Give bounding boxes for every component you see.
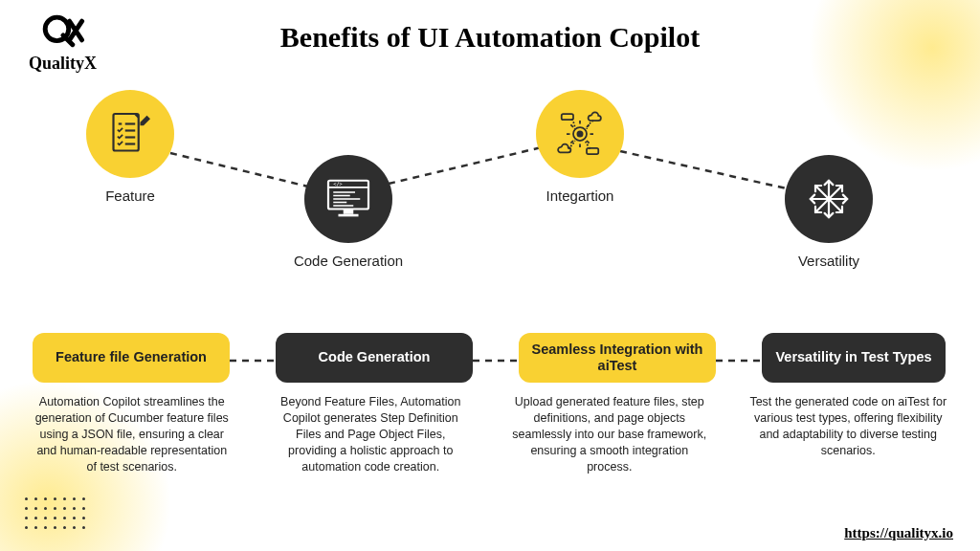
svg-rect-25 [562,114,573,120]
svg-line-32 [829,186,842,199]
svg-line-6 [620,151,791,189]
svg-text:</>: </> [333,181,342,187]
node-versatility [785,155,873,243]
benefits-icons-row: Feature </> Code Generation [0,77,980,325]
svg-line-4 [170,153,312,187]
desc-feature-file: Automation Copilot streamlines the gener… [27,394,237,474]
brand-name: QualityX [29,54,97,74]
svg-rect-7 [114,114,139,151]
pill-label: Seamless Integration with aiTest [528,342,706,374]
node-feature-label: Feature [73,187,188,204]
svg-line-31 [815,186,829,199]
decorative-dots [25,497,92,536]
pill-label: Code Generation [319,349,431,365]
svg-rect-22 [339,214,359,217]
pill-label: Versatility in Test Types [775,349,931,365]
pill-code-generation: Code Generation [276,333,473,383]
integration-gear-icon [553,107,607,161]
node-code-generation-label: Code Generation [291,253,406,269]
node-integration [536,90,624,178]
benefit-descriptions: Automation Copilot streamlines the gener… [27,394,953,474]
desc-versatility: Test the generated code on aiTest for va… [744,394,954,474]
svg-point-24 [577,131,582,136]
svg-rect-21 [344,209,354,214]
arrows-out-icon [802,172,856,226]
svg-line-33 [815,199,829,212]
desc-integration: Upload generated feature files, step def… [504,394,715,474]
node-feature [86,90,174,178]
page-title: Benefits of UI Automation Copilot [0,21,980,54]
pill-feature-file-generation: Feature file Generation [33,333,230,383]
svg-line-34 [829,199,842,212]
svg-line-5 [389,147,542,184]
code-monitor-icon: </> [322,172,375,226]
svg-rect-26 [587,148,598,154]
desc-code-generation: Beyond Feature Files, Automation Copilot… [266,394,477,474]
node-integration-label: Integartion [523,187,637,204]
pill-label: Feature file Generation [56,349,207,365]
footer-url-link[interactable]: https://qualityx.io [844,525,953,541]
checklist-document-icon [103,107,157,161]
benefit-pills-row: Feature file Generation Code Generation … [27,333,953,388]
node-code-generation: </> [304,155,392,243]
node-versatility-label: Versatility [771,253,886,269]
pill-seamless-integration: Seamless Integration with aiTest [519,333,716,383]
pill-versatility-test-types: Versatility in Test Types [762,333,946,383]
